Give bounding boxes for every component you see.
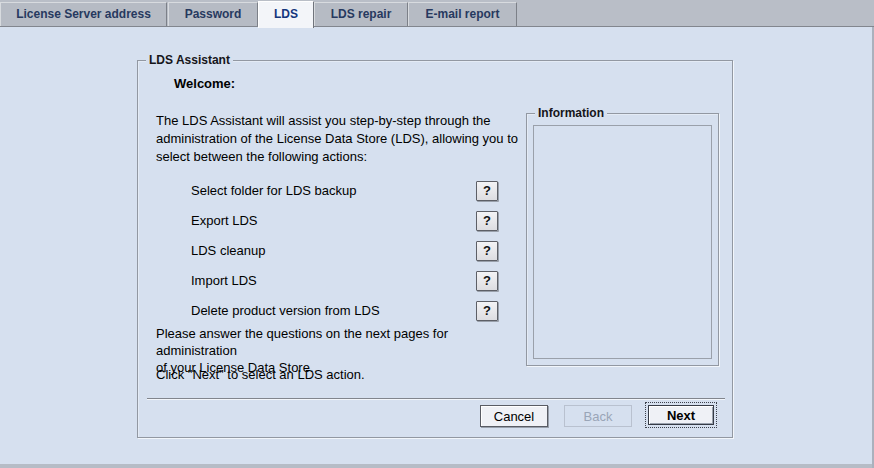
help-button-export[interactable]: ? <box>476 211 498 231</box>
action-label-export: Export LDS <box>191 210 257 232</box>
intro-text: The LDS Assistant will assist you step-b… <box>156 112 526 166</box>
lds-assistant-groupbox: LDS Assistant Welcome: The LDS Assistant… <box>137 60 733 438</box>
next-button-focus-ring: Next <box>645 402 717 428</box>
tab-lds[interactable]: LDS <box>258 1 314 28</box>
cancel-button[interactable]: Cancel <box>480 405 548 427</box>
action-row-export: Export LDS ? <box>138 210 526 232</box>
lds-assistant-groupbox-title: LDS Assistant <box>146 53 233 67</box>
lds-configuration-window: License Server address Password LDS LDS … <box>0 0 874 468</box>
action-label-import: Import LDS <box>191 270 257 292</box>
back-button: Back <box>564 405 632 427</box>
tab-lds-repair[interactable]: LDS repair <box>314 2 408 26</box>
help-button-backup[interactable]: ? <box>476 181 498 201</box>
action-row-backup: Select folder for LDS backup ? <box>138 180 526 202</box>
action-row-import: Import LDS ? <box>138 270 526 292</box>
next-button[interactable]: Next <box>648 405 714 425</box>
action-row-cleanup: LDS cleanup ? <box>138 240 526 262</box>
information-textarea <box>533 125 712 359</box>
action-label-delete: Delete product version from LDS <box>191 300 380 322</box>
button-separator <box>147 398 725 400</box>
tab-license-server-address[interactable]: License Server address <box>0 2 167 26</box>
welcome-heading: Welcome: <box>174 76 235 91</box>
action-label-backup: Select folder for LDS backup <box>191 180 356 202</box>
information-groupbox: Information <box>526 113 719 366</box>
tab-email-report[interactable]: E-mail report <box>408 2 517 26</box>
help-button-import[interactable]: ? <box>476 271 498 291</box>
action-label-cleanup: LDS cleanup <box>191 240 265 262</box>
help-button-cleanup[interactable]: ? <box>476 241 498 261</box>
help-button-delete[interactable]: ? <box>476 301 498 321</box>
tab-password[interactable]: Password <box>168 2 258 26</box>
action-row-delete: Delete product version from LDS ? <box>138 300 526 322</box>
information-groupbox-title: Information <box>535 106 607 120</box>
next-hint-text: Click "Next" to select an LDS action. <box>156 367 526 382</box>
tab-bar: License Server address Password LDS LDS … <box>0 0 874 27</box>
